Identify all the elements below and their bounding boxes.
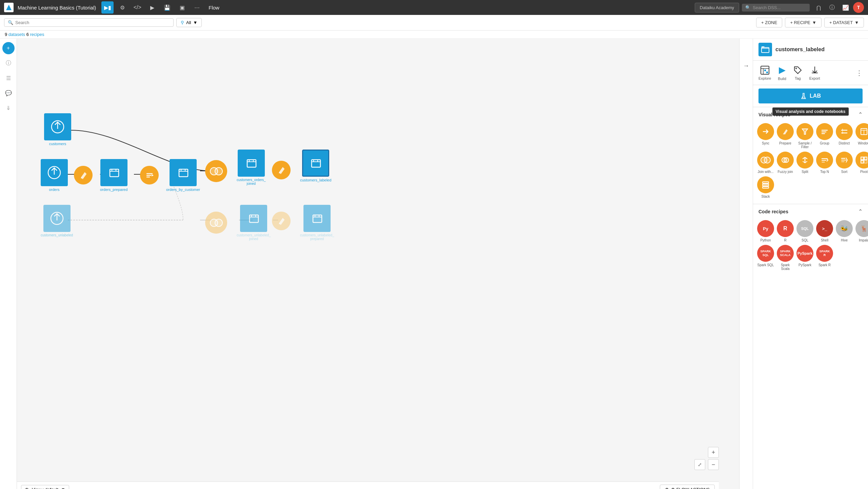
split-label: Split <box>802 170 808 174</box>
nav-more-icon[interactable]: ⋯ <box>191 1 203 14</box>
zoom-out-button[interactable]: − <box>708 459 719 470</box>
academy-button[interactable]: Dataiku Academy <box>695 3 739 13</box>
zoom-in-button[interactable]: + <box>708 447 719 458</box>
recipe-spark-r[interactable]: SPARK R Spark R <box>816 245 833 271</box>
panel-arrow[interactable]: → <box>739 39 753 489</box>
avatar[interactable]: T <box>853 2 864 13</box>
node-orders-prepared[interactable]: orders_prepared <box>100 159 127 192</box>
node-label-customers-unlabeled: customers_unlabeled <box>41 233 73 237</box>
nav-deploy-icon[interactable]: 💾 <box>161 1 173 14</box>
recipe-sort[interactable]: Sort <box>836 152 853 174</box>
help-icon[interactable]: ⓘ <box>826 1 838 14</box>
panel-arrow-icon[interactable]: → <box>743 62 749 70</box>
recipes-link[interactable]: recipes <box>30 32 44 37</box>
recipe-split[interactable]: Split <box>796 152 813 174</box>
nav-code-icon[interactable]: </> <box>131 1 143 14</box>
add-node-icon[interactable]: + <box>2 42 15 54</box>
recipe-distinct[interactable]: Distinct <box>836 123 853 149</box>
recipe-sample-filter[interactable]: Sample / Filter <box>796 123 813 149</box>
visual-recipes-collapse[interactable]: ⌃ <box>858 111 863 118</box>
filter-dropdown-icon: ▼ <box>193 20 197 25</box>
recipe-hive[interactable]: 🐝 Hive <box>836 220 853 242</box>
recipe-prepare[interactable]: Prepare <box>777 123 794 149</box>
nav-flow-icon[interactable]: ▶▮ <box>101 1 114 14</box>
add-recipe-label: + RECIPE <box>790 20 810 25</box>
recipe-top-n[interactable]: Top N <box>816 152 833 174</box>
recipe-shell[interactable]: >_ Shell <box>816 220 833 242</box>
add-recipe-button[interactable]: + RECIPE ▼ <box>785 18 821 27</box>
stack-label: Stack <box>761 195 770 198</box>
add-dataset-label: + DATASET <box>829 20 853 25</box>
recipe-impala[interactable]: 🦌 Impala <box>855 220 868 242</box>
recipe-python[interactable]: Py Python <box>757 220 774 242</box>
recipe-group[interactable]: Group <box>816 123 833 149</box>
flow-canvas: customers orders <box>17 39 739 489</box>
distinct-label: Distinct <box>839 141 850 145</box>
recipe-fuzzy-join[interactable]: Fuzzy join <box>777 152 794 174</box>
node-orders[interactable]: orders <box>41 159 68 192</box>
node-customers-unlabeled-joined[interactable]: customers_unlabeled_joined <box>237 205 271 241</box>
svg-point-19 <box>795 68 797 69</box>
recipe-group[interactable] <box>140 166 159 184</box>
recipe-window[interactable]: Window <box>855 123 868 149</box>
recipe-prepare3[interactable] <box>272 212 291 230</box>
filter-button[interactable]: ⚲ All ▼ <box>176 18 202 27</box>
shell-icon: >_ <box>816 220 833 237</box>
code-recipes-collapse[interactable]: ⌃ <box>858 208 863 215</box>
explore-action[interactable]: Explore <box>758 65 771 80</box>
node-label-customers: customers <box>49 142 66 146</box>
node-customers-labeled[interactable]: customers_labeled <box>300 150 331 182</box>
node-label-orders: orders <box>49 188 59 192</box>
build-action[interactable]: ▶ Build <box>778 65 786 81</box>
nav-settings-icon[interactable]: ⚙ <box>116 1 129 14</box>
recipe-pyspark[interactable]: PySpark PySpark <box>796 245 813 271</box>
export-action[interactable]: Export <box>809 65 820 80</box>
recipe-sync[interactable]: Sync <box>757 123 774 149</box>
recipe-join2[interactable] <box>205 212 227 234</box>
recipe-prepare2[interactable] <box>272 161 291 179</box>
recipe-pivot[interactable]: Pivot <box>855 152 868 174</box>
node-customers-unlabeled[interactable]: customers_unlabeled <box>41 205 73 237</box>
nav-play-icon[interactable]: ▶ <box>146 1 158 14</box>
node-orders-by-customer[interactable]: orders_by_customer <box>166 159 200 192</box>
logo[interactable] <box>4 3 14 12</box>
tag-action[interactable]: Tag <box>793 65 803 80</box>
node-customers-unlabeled-prepared[interactable]: customers_unlabeled_prepared <box>300 205 334 241</box>
list-icon[interactable]: ☰ <box>2 72 15 84</box>
window-label: Window <box>858 141 868 145</box>
node-customers[interactable]: customers <box>44 113 71 146</box>
nav-dashboard-icon[interactable]: ▣ <box>176 1 188 14</box>
node-customers-orders-joined[interactable]: customers_orders_joined <box>237 150 266 185</box>
recipe-r[interactable]: R R <box>777 220 794 242</box>
recipe-prepare1[interactable] <box>74 166 93 184</box>
add-dataset-button[interactable]: + DATASET ▼ <box>824 18 864 27</box>
join-icon <box>757 152 774 169</box>
recipe-spark-sql[interactable]: SPARK SQL Spark SQL <box>757 245 774 271</box>
flow-actions-button[interactable]: ⚙ ⚙ FLOW ACTIONS <box>660 485 715 489</box>
recipe-join[interactable] <box>205 160 227 182</box>
recipe-stack[interactable]: Stack <box>757 176 774 198</box>
expand-button[interactable]: ⤢ <box>694 459 705 470</box>
lab-button[interactable]: LAB Visual analysis and code notebooks <box>758 89 863 103</box>
recipe-spark-scala[interactable]: SPARK SCALA Spark Scala <box>777 245 794 271</box>
download-icon[interactable]: ⇓ <box>2 102 15 114</box>
recipe-sql[interactable]: SQL SQL <box>796 220 813 242</box>
recipe-join[interactable]: Join with... <box>757 152 774 174</box>
add-zone-button[interactable]: + ZONE <box>756 18 782 27</box>
svg-rect-17 <box>764 70 766 71</box>
sort-label: Sort <box>841 170 847 174</box>
spark-sql-label: Spark SQL <box>757 263 774 267</box>
global-search[interactable]: 🔍 <box>742 4 810 12</box>
view-select[interactable]: 👁 View : default ▼ <box>21 485 69 489</box>
info-icon[interactable]: ⓘ <box>2 57 15 69</box>
svg-point-5 <box>215 168 222 175</box>
stats-icon[interactable]: 📈 <box>840 1 852 14</box>
chat-icon[interactable]: 💬 <box>2 87 15 99</box>
toolbar-search[interactable]: 🔍 <box>4 18 174 27</box>
toolbar-search-input[interactable] <box>15 20 164 25</box>
more-actions-button[interactable]: ⋮ <box>856 69 863 77</box>
apps-icon[interactable]: ⋂ <box>812 1 825 14</box>
flow-label: Flow <box>209 5 219 11</box>
datasets-link[interactable]: datasets <box>8 32 25 37</box>
search-input[interactable] <box>753 5 800 10</box>
